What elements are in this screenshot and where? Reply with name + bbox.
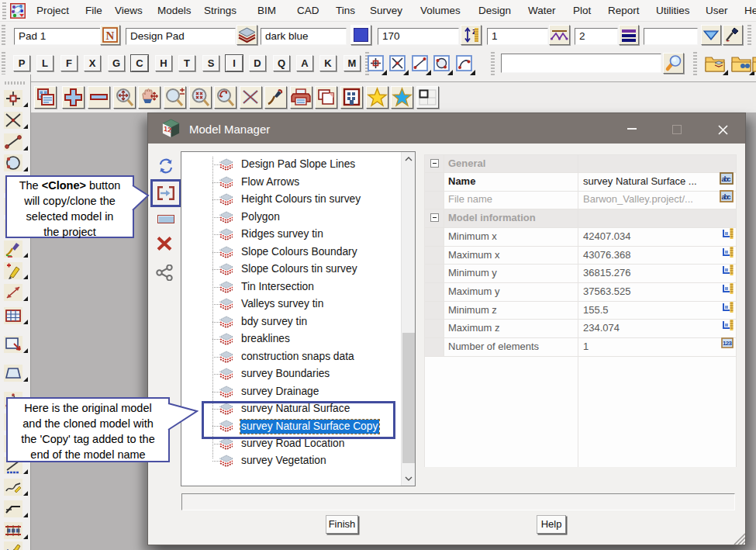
svg-text:abc: abc bbox=[722, 193, 731, 201]
svg-text:abc: abc bbox=[722, 175, 731, 182]
svg-text:N: N bbox=[106, 29, 115, 42]
svg-text:123: 123 bbox=[723, 340, 733, 347]
